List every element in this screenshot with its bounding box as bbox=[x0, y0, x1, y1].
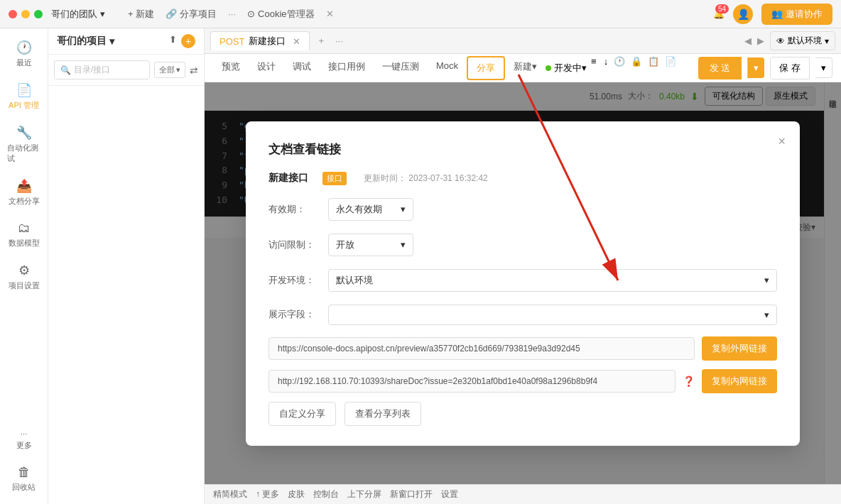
titlebar-right: 🔔 54 👤 👥 邀请协作 bbox=[713, 4, 832, 25]
env-selector[interactable]: 👁 默认环境 ▾ bbox=[770, 31, 835, 50]
tab-add-button[interactable]: + bbox=[313, 33, 330, 49]
external-url-box: https://console-docs.apipost.cn/preview/… bbox=[268, 337, 695, 360]
validity-select[interactable]: 永久有效期 ▾ bbox=[328, 198, 413, 221]
split-button[interactable]: 上下分屏 bbox=[347, 488, 381, 500]
env-label: 开发环境： bbox=[268, 274, 320, 287]
external-url-row: https://console-docs.apipost.cn/preview/… bbox=[268, 336, 777, 361]
tab-share[interactable]: 分享 bbox=[467, 56, 505, 80]
nav-forward[interactable]: ▶ bbox=[757, 35, 764, 46]
tab-examples[interactable]: 接口用例 bbox=[320, 56, 374, 80]
status-area: 开发中▾ bbox=[546, 56, 587, 80]
share-project-button[interactable]: 🔗 分享项目 bbox=[166, 8, 217, 21]
modal-api-name-row: 新建接口 接口 更新时间： 2023-07-31 16:32:42 bbox=[268, 172, 777, 185]
toolbar-clipboard-icon[interactable]: 📋 bbox=[645, 56, 662, 80]
minimize-light[interactable] bbox=[21, 10, 30, 18]
upload-icon[interactable]: ⬆ bbox=[169, 34, 177, 48]
simple-mode-toggle[interactable]: 精简模式 bbox=[213, 488, 247, 500]
status-label[interactable]: 开发中▾ bbox=[554, 62, 587, 75]
close-light[interactable] bbox=[9, 10, 17, 18]
skin-button[interactable]: 皮肤 bbox=[288, 488, 305, 500]
tabs-bar: POST 新建接口 ✕ + ··· ◀ ▶ 👁 默认环境 ▾ bbox=[205, 28, 841, 54]
view-share-list-button[interactable]: 查看分享列表 bbox=[344, 402, 421, 426]
sidebar-item-data-model[interactable]: 🗂 数据模型 bbox=[4, 215, 44, 254]
recent-icon: 🕐 bbox=[16, 40, 32, 55]
team-name[interactable]: 哥们的团队 ▾ bbox=[51, 8, 105, 21]
tab-more-button[interactable]: ··· bbox=[332, 33, 346, 49]
notification-button[interactable]: 🔔 54 bbox=[713, 9, 725, 19]
field-row: 展示字段： ▾ bbox=[268, 305, 777, 325]
save-button[interactable]: 保 存 bbox=[770, 57, 810, 80]
profile-button[interactable]: 👤 bbox=[733, 4, 753, 24]
send-dropdown-button[interactable]: ▾ bbox=[747, 57, 764, 78]
modal-title: 文档查看链接 bbox=[268, 141, 777, 158]
field-select[interactable]: ▾ bbox=[328, 305, 777, 325]
sidebar-item-doc-share[interactable]: 📤 文档分享 bbox=[4, 172, 44, 212]
modal-bottom-actions: 自定义分享 查看分享列表 bbox=[268, 402, 777, 426]
tab-close-icon[interactable]: ✕ bbox=[293, 36, 300, 47]
new-button[interactable]: + 新建 bbox=[128, 8, 154, 21]
settings-icon: ⚙ bbox=[18, 263, 30, 278]
sidebar-item-settings[interactable]: ⚙ 项目设置 bbox=[4, 257, 44, 297]
sync-icon[interactable]: ⇄ bbox=[190, 65, 198, 76]
toolbar-tabs: 预览 设计 调试 接口用例 一键压测 Mock 分享 新建▾ 开发中▾ ≡ ↓ … bbox=[213, 56, 679, 80]
env-row: 开发环境： 默认环境 ▾ bbox=[268, 269, 777, 292]
validity-row: 有效期： 永久有效期 ▾ bbox=[268, 198, 777, 221]
access-label: 访问限制： bbox=[268, 239, 320, 251]
invite-button[interactable]: 👥 邀请协作 bbox=[761, 4, 832, 25]
env-select[interactable]: 默认环境 ▾ bbox=[328, 269, 777, 292]
tab-stress[interactable]: 一键压测 bbox=[374, 56, 428, 80]
sidebar-item-recent[interactable]: 🕐 最近 bbox=[4, 34, 44, 74]
copy-internal-btn[interactable]: 复制内网链接 bbox=[702, 369, 777, 393]
doc-share-icon: 📤 bbox=[16, 178, 32, 194]
save-dropdown-button[interactable]: ▾ bbox=[815, 57, 832, 78]
left-panel: 哥们的项目 ▾ ⬆ + 🔍 目录/接口 全部 ▾ ⇄ bbox=[48, 28, 205, 504]
access-select[interactable]: 开放 ▾ bbox=[328, 234, 413, 256]
settings-button[interactable]: 设置 bbox=[441, 488, 458, 500]
nav-back[interactable]: ◀ bbox=[744, 35, 752, 46]
filter-all-button[interactable]: 全部 ▾ bbox=[154, 62, 185, 78]
toolbar-doc-icon[interactable]: 📄 bbox=[662, 56, 679, 80]
left-panel-actions: ⬆ + bbox=[169, 34, 195, 48]
tab-mock[interactable]: Mock bbox=[428, 56, 467, 80]
custom-share-button[interactable]: 自定义分享 bbox=[268, 402, 336, 426]
api-type-tag: 接口 bbox=[322, 172, 347, 185]
sidebar-item-automation[interactable]: 🔧 自动化测试 bbox=[4, 119, 44, 170]
notification-badge: 54 bbox=[715, 4, 729, 13]
help-icon[interactable]: ❓ bbox=[683, 376, 695, 387]
titlebar: 哥们的团队 ▾ + 新建 🔗 分享项目 ··· ⊙ Cookie管理器 ✕ 🔔 … bbox=[0, 0, 841, 28]
status-dot bbox=[546, 65, 551, 71]
tab-new-api[interactable]: POST 新建接口 ✕ bbox=[210, 31, 310, 50]
internal-url-row: http://192.168.110.70:10393/shareDoc?iss… bbox=[268, 369, 777, 393]
tab-new[interactable]: 新建▾ bbox=[505, 56, 546, 80]
copy-external-btn[interactable]: 复制外网链接 bbox=[702, 336, 777, 361]
main-content: POST 新建接口 ✕ + ··· ◀ ▶ 👁 默认环境 ▾ 预览 设计 调试 bbox=[205, 28, 841, 504]
modal-close-button[interactable]: × bbox=[778, 134, 786, 149]
toolbar-lock-icon[interactable]: 🔒 bbox=[628, 56, 645, 80]
new-window-button[interactable]: 新窗口打开 bbox=[390, 488, 433, 500]
sidebar-item-api[interactable]: 📄 API 管理 bbox=[4, 77, 44, 116]
fullscreen-light[interactable] bbox=[34, 10, 43, 18]
api-icon: 📄 bbox=[16, 82, 32, 98]
tab-debug[interactable]: 调试 bbox=[284, 56, 320, 80]
field-label: 展示字段： bbox=[268, 308, 320, 321]
main-layout: 🕐 最近 📄 API 管理 🔧 自动化测试 📤 文档分享 🗂 数据模型 ⚙ 项目… bbox=[0, 28, 841, 504]
env-area: ◀ ▶ 👁 默认环境 ▾ bbox=[744, 31, 835, 50]
toolbar-download-icon[interactable]: ↓ bbox=[601, 56, 612, 80]
more-button[interactable]: ↑ 更多 bbox=[256, 488, 279, 500]
console-button[interactable]: 控制台 bbox=[313, 488, 339, 500]
sidebar-item-trash[interactable]: 🗑 回收站 bbox=[4, 459, 44, 498]
tab-preview[interactable]: 预览 bbox=[213, 56, 249, 80]
automation-icon: 🔧 bbox=[16, 125, 32, 141]
project-name[interactable]: 哥们的项目 ▾ bbox=[57, 35, 114, 48]
cookie-manager-button[interactable]: ⊙ Cookie管理器 bbox=[247, 8, 314, 21]
add-icon[interactable]: + bbox=[181, 34, 195, 48]
modal-overlay[interactable]: × 文档查看链接 新建接口 接口 更新时间： 2023-07-31 16:32:… bbox=[205, 82, 841, 484]
tab-design[interactable]: 设计 bbox=[249, 56, 284, 80]
internal-url-box: http://192.168.110.70:10393/shareDoc?iss… bbox=[268, 370, 675, 393]
toolbar-history-icon[interactable]: 🕐 bbox=[611, 56, 628, 80]
toolbar-more-icon[interactable]: ≡ bbox=[587, 56, 601, 80]
search-input[interactable]: 🔍 目录/接口 bbox=[54, 60, 150, 80]
send-button[interactable]: 发 送 bbox=[698, 57, 742, 80]
sidebar-item-more[interactable]: ··· 更多 bbox=[4, 424, 44, 456]
modal-dialog: × 文档查看链接 新建接口 接口 更新时间： 2023-07-31 16:32:… bbox=[246, 121, 800, 446]
